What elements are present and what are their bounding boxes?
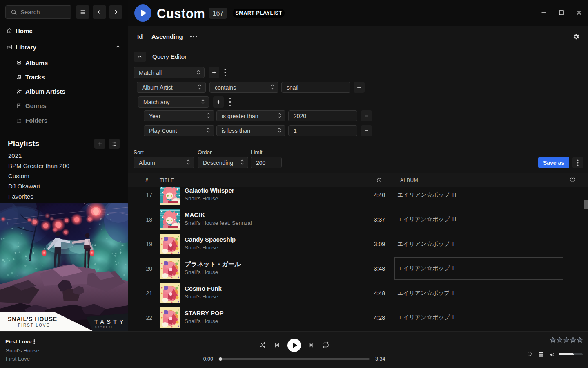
svg-text:BSTRRXI: BSTRRXI bbox=[95, 326, 113, 328]
svg-text:TASTY: TASTY bbox=[94, 318, 126, 325]
svg-text:FIRST LOVE: FIRST LOVE bbox=[18, 323, 50, 328]
svg-text:SNAIL’S HOUSE: SNAIL’S HOUSE bbox=[8, 316, 57, 322]
